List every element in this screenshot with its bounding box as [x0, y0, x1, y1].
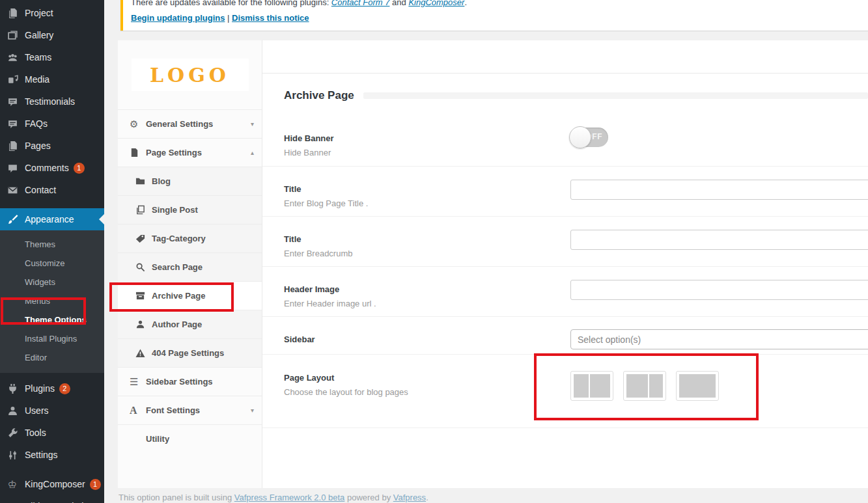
field-label: Title — [284, 184, 301, 194]
menu-item-author-page[interactable]: Author Page — [118, 310, 262, 338]
field-label: Title — [284, 234, 301, 244]
layout-block — [590, 374, 610, 398]
settings-row-title-blog: Title Enter Blog Page Title . — [262, 167, 868, 217]
notice-text-period: . — [464, 0, 467, 7]
breadcrumb-title-input[interactable] — [570, 230, 868, 250]
submenu-item-menus[interactable]: Menus — [0, 292, 104, 310]
field-description: Choose the layout for blog pages — [284, 387, 408, 397]
vafpress-framework-link[interactable]: Vafpress Framework 2.0 beta — [234, 493, 345, 502]
menu-item-single-post[interactable]: Single Post — [118, 195, 262, 224]
sidebar-item-appearance[interactable]: Appearance — [0, 208, 104, 230]
sidebar-separator — [0, 466, 104, 473]
submenu-item-editor[interactable]: Editor — [0, 348, 104, 367]
menu-item-label: Blog — [152, 176, 171, 186]
sidebar-item-faqs[interactable]: FAQs — [0, 113, 104, 135]
sidebar-item-label: Teams — [25, 52, 51, 62]
menu-item-blog[interactable]: Blog — [118, 167, 262, 195]
sidebar-item-label: FAQs — [25, 118, 48, 129]
plugin-icon — [6, 382, 19, 395]
archive-icon — [135, 291, 152, 301]
menu-item-label: Search Page — [152, 262, 203, 272]
menu-item-label: 404 Page Settings — [152, 348, 224, 358]
sidebar-item-plugins[interactable]: Plugins 2 — [0, 377, 104, 400]
menu-item-label: Archive Page — [152, 291, 205, 301]
menu-item-404-page-settings[interactable]: 404 Page Settings — [118, 338, 262, 367]
blog-page-title-input[interactable] — [570, 180, 868, 200]
submenu-item-themes[interactable]: Themes — [0, 235, 104, 254]
layout-block — [679, 374, 716, 398]
menu-item-label: Utility — [146, 434, 169, 444]
section-title-row: Archive Page — [262, 74, 868, 114]
sidebar-item-project[interactable]: Project — [0, 2, 104, 24]
menu-item-search-page[interactable]: Search Page — [118, 252, 262, 281]
font-a-icon: A — [130, 405, 146, 416]
framework-footer: This option panel is built using Vafpres… — [119, 493, 428, 502]
layout-block — [649, 374, 663, 398]
layout-option-right-sidebar[interactable] — [623, 371, 666, 401]
settings-row-header-image: Header Image Enter Header image url . — [262, 267, 868, 317]
settings-row-hide-banner: Hide Banner Hide Banner OFF — [262, 114, 868, 167]
kingcomposer-link[interactable]: KingComposer — [408, 0, 464, 7]
sidebar-select[interactable] — [570, 329, 868, 349]
header-image-url-input[interactable] — [570, 280, 868, 300]
menu-item-archive-page[interactable]: Archive Page — [118, 281, 262, 310]
submenu-item-install-plugins[interactable]: Install Plugins — [0, 329, 104, 348]
section-title: Archive Page — [284, 89, 354, 102]
begin-updating-plugins-link[interactable]: Begin updating plugins — [131, 13, 225, 23]
menu-item-page-settings[interactable]: Page Settings ▴ — [118, 138, 262, 167]
sidebar-item-testimonials[interactable]: Testimonials — [0, 90, 104, 113]
menu-item-label: Font Settings — [146, 405, 200, 415]
hide-banner-toggle[interactable]: OFF — [570, 128, 608, 147]
layout-option-left-sidebar[interactable] — [570, 371, 613, 401]
notice-text-prefix: There are updates available for the foll… — [131, 0, 331, 7]
menu-item-label: Author Page — [152, 319, 202, 329]
submenu-item-theme-options[interactable]: Theme Options — [0, 310, 104, 329]
footer-text: This option panel is built using — [119, 493, 234, 502]
plugin-update-notice: There are updates available for the foll… — [120, 0, 868, 31]
layout-option-full-width[interactable] — [676, 371, 719, 401]
sidebar-item-label: Media — [25, 74, 49, 85]
menu-item-general-settings[interactable]: ⚙ General Settings ▾ — [118, 109, 262, 138]
sidebar-item-slider-revolution[interactable]: ↻ Slider Revolution — [0, 495, 104, 503]
sidebar-item-settings[interactable]: Settings — [0, 444, 104, 466]
sidebar-item-users[interactable]: Users — [0, 400, 104, 422]
sidebar-item-label: Users — [25, 405, 49, 416]
vafpress-link[interactable]: Vafpress — [393, 493, 426, 502]
sidebar-item-pages[interactable]: Pages — [0, 135, 104, 157]
sidebar-item-label: Testimonials — [25, 96, 75, 107]
menu-item-sidebar-settings[interactable]: ☰ Sidebar Settings — [118, 367, 262, 396]
kingcomposer-badge: 1 — [90, 479, 101, 490]
field-label: Page Layout — [284, 373, 334, 383]
notice-text: There are updates available for the foll… — [131, 0, 860, 7]
slider-revolution-icon: ↻ — [6, 500, 19, 503]
menu-item-tag-category[interactable]: Tag-Category — [118, 224, 262, 252]
options-content: Archive Page Hide Banner Hide Banner OFF… — [262, 40, 868, 488]
sidebar-item-label: Project — [25, 8, 53, 18]
sliders-icon — [6, 448, 19, 461]
teams-icon — [6, 51, 19, 64]
menu-item-font-settings[interactable]: A Font Settings ▾ — [118, 396, 262, 424]
sidebar-item-gallery[interactable]: Gallery — [0, 24, 104, 46]
gears-icon: ⚙ — [130, 118, 146, 130]
comments-count-badge: 1 — [74, 163, 85, 174]
gallery-icon — [6, 29, 19, 42]
sidebar-item-media[interactable]: Media — [0, 68, 104, 90]
submenu-item-widgets[interactable]: Widgets — [0, 273, 104, 292]
submenu-item-customize[interactable]: Customize — [0, 254, 104, 273]
copy-icon — [135, 205, 152, 215]
field-description: Enter Header image url . — [284, 299, 376, 308]
contact-form-7-link[interactable]: Contact Form 7 — [331, 0, 390, 7]
options-menu: LOGO ⚙ General Settings ▾ Page Settings … — [118, 40, 262, 488]
content-filler — [262, 428, 868, 488]
field-label: Hide Banner — [284, 133, 334, 143]
sidebar-item-teams[interactable]: Teams — [0, 46, 104, 68]
wrench-icon — [6, 426, 19, 439]
sidebar-item-kingcomposer[interactable]: ♔ KingComposer 1 — [0, 473, 104, 495]
dismiss-notice-link[interactable]: Dismiss this notice — [232, 13, 309, 23]
menu-item-label: General Settings — [146, 119, 213, 129]
sidebar-item-comments[interactable]: Comments 1 — [0, 157, 104, 179]
sidebar-item-contact[interactable]: Contact — [0, 179, 104, 201]
menu-item-utility[interactable]: Utility — [118, 424, 262, 453]
sidebar-item-tools[interactable]: Tools — [0, 422, 104, 444]
logo-area: LOGO — [118, 40, 262, 109]
